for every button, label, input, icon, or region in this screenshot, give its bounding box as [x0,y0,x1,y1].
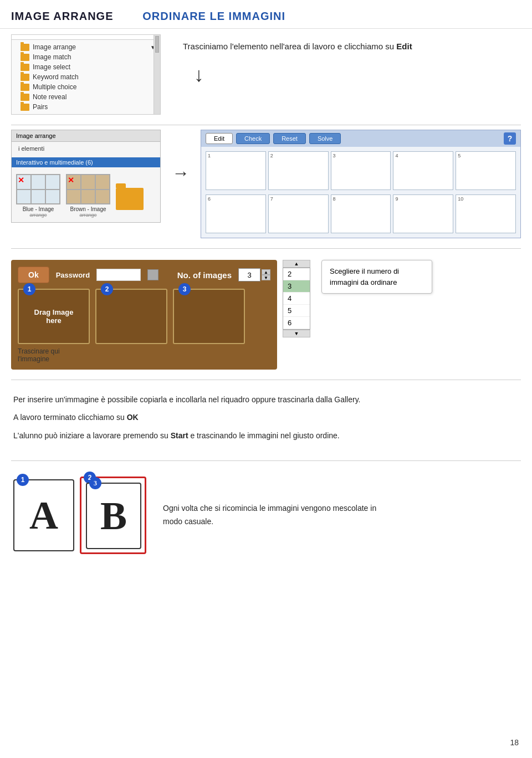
image-cell-4: 4 [393,151,453,190]
image-grid-row1: 1 2 3 4 5 [201,147,520,194]
arrange-panel-screenshot: Image arrange i elementi Interattivo e m… [11,130,161,223]
section-divider-2 [11,248,521,249]
section-divider-4 [11,460,521,461]
settings-section: Ok Password No. of images 3 ▲ ▼ 1 Drag I… [0,254,532,375]
spin-up-button[interactable]: ▲ [262,269,270,275]
tree-item-image-arrange[interactable]: Image arrange ▼ [12,42,160,52]
edit-button[interactable]: Edit [206,133,233,144]
num-list-item-5[interactable]: 5 [283,305,310,317]
file-tree-panel: Image arrange ▼ Image match Image select… [11,34,161,115]
preview-item-blue: ✕ Blue - Image arrange [16,174,60,218]
num-spinbox: ▲ ▼ [262,269,270,280]
check-button[interactable]: Check [236,133,270,144]
image-cell-9: 9 [393,194,453,233]
category-bar: Interattivo e multimediale (6) [12,157,160,167]
main-paragraph-2: A lavoro terminato clicchiamo su OK [13,411,519,423]
image-cell-2: 2 [268,151,329,190]
big-folder-icon [116,174,144,218]
settings-panel: Ok Password No. of images 3 ▲ ▼ 1 Drag I… [11,260,277,370]
preview-item-brown: ✕ Brown - Image arrange [66,174,110,218]
activity-toolbar: Edit Check Reset Solve ? [201,130,520,147]
tree-item-note-reveal[interactable]: Note reveal [12,92,160,102]
activity-panel-screenshot: Edit Check Reset Solve ? 1 2 3 4 5 6 7 8… [201,130,521,238]
red-x-icon: ✕ [68,176,74,185]
trascinare-label: Trascinare quil'immagine [18,347,270,363]
ok-button[interactable]: Ok [18,267,49,283]
instruction-text: Trasciniamo l'elemento nell'area di lavo… [183,40,510,53]
num-list-down-button[interactable]: ▼ [283,330,310,337]
num-list-item-6[interactable]: 6 [283,317,310,329]
solve-button[interactable]: Solve [309,133,341,144]
tree-item-image-select[interactable]: Image select [12,62,160,72]
placeholder-box-3: 3 [173,289,245,344]
help-button[interactable]: ? [504,132,516,145]
num-list-up-button[interactable]: ▲ [283,260,310,268]
section-divider-1 [11,125,521,125]
bottom-description: Ogni volta che si ricomincia le immagini… [163,502,385,529]
tree-item-keyword-match[interactable]: Keyword match [12,72,160,82]
tree-scrollbar[interactable] [154,35,160,114]
arrow-connector [172,130,190,183]
password-toggle[interactable] [147,269,158,280]
main-paragraph-3: L'alunno può iniziare a lavorare premend… [13,429,519,442]
tree-item-image-match[interactable]: Image match [12,52,160,62]
num-list-item-2[interactable]: 2 [283,268,310,280]
num-list-item-3[interactable]: 3 [283,280,310,293]
image-grid-row2: 6 7 8 9 10 [201,194,520,238]
tree-item-multiple-choice[interactable]: Multiple choice [12,82,160,92]
no-of-images-label: No. of images [177,270,232,280]
drag-image-box[interactable]: 1 Drag Imagehere [18,289,90,344]
preview-images: ✕ Blue - Image arrange ✕ [12,170,160,222]
folder-icon [21,84,29,91]
tree-item-pairs[interactable]: Pairs [12,102,160,112]
number-list: 2 3 4 5 6 [283,268,310,330]
folder-icon [21,94,29,101]
folder-icon [21,44,29,51]
down-arrow: ↓ [183,59,510,91]
callout-container: Scegliere il numero di immagini da ordin… [316,260,432,294]
letter-cards: 1 A 2 3 B [13,477,146,554]
header-title-it: ORDINARE LE IMMAGINI [142,10,285,22]
drag-num-1: 1 [23,283,35,295]
image-cell-5: 5 [456,151,516,190]
folder-icon [21,54,29,61]
main-paragraph-1: Per inserire un'immagine è possibile cop… [13,393,519,406]
card-a: 1 A [13,479,74,551]
image-cell-3: 3 [331,151,391,190]
image-cell-7: 7 [268,194,329,233]
red-x-icon: ✕ [18,176,24,185]
page-number: 18 [510,738,519,747]
card-b-wrapper: 2 3 B [80,477,146,554]
callout-box: Scegliere il numero di immagini da ordin… [321,260,432,294]
arrange-sub-header: i elementi [12,144,160,153]
no-of-images-control: 3 ▲ ▼ [238,268,270,281]
number-list-container: ▲ 2 3 4 5 6 ▼ [283,260,310,337]
password-input[interactable] [96,269,141,281]
bottom-illustration: 1 A 2 3 B Ogni volta che si ricomincia l… [0,465,532,565]
card-b-outer: 2 3 B [80,477,146,554]
folder-icon [21,74,29,81]
drag-num-2: 2 [101,283,113,295]
main-text-section: Per inserire un'immagine è possibile cop… [0,385,532,456]
reset-button[interactable]: Reset [273,133,306,144]
image-cell-6: 6 [206,194,266,233]
image-cell-10: 10 [456,194,516,233]
num-list-item-4[interactable]: 4 [283,293,310,305]
drag-num-3: 3 [178,283,191,295]
tree-items: Image arrange ▼ Image match Image select… [12,40,160,114]
page-header: IMAGE ARRANGE ORDINARE LE IMMAGINI [0,0,532,29]
settings-top-row: Ok Password No. of images 3 ▲ ▼ [18,267,270,283]
instruction-panel: Trasciniamo l'elemento nell'area di lavo… [172,34,521,115]
mid-section: Image arrange i elementi Interattivo e m… [0,130,532,244]
placeholder-box-2: 2 [95,289,167,344]
spin-down-button[interactable]: ▼ [262,275,270,280]
folder-icon [21,64,29,71]
section-divider-3 [11,380,521,380]
image-cell-8: 8 [331,194,391,233]
drag-drop-area: 1 Drag Imagehere 2 3 [18,289,270,344]
image-cell-1: 1 [206,151,266,190]
card-b-inner: 3 B [86,483,141,549]
header-title-en: IMAGE ARRANGE [11,10,113,22]
arrange-panel-header: Image arrange [12,130,160,142]
folder-icon [21,104,29,111]
